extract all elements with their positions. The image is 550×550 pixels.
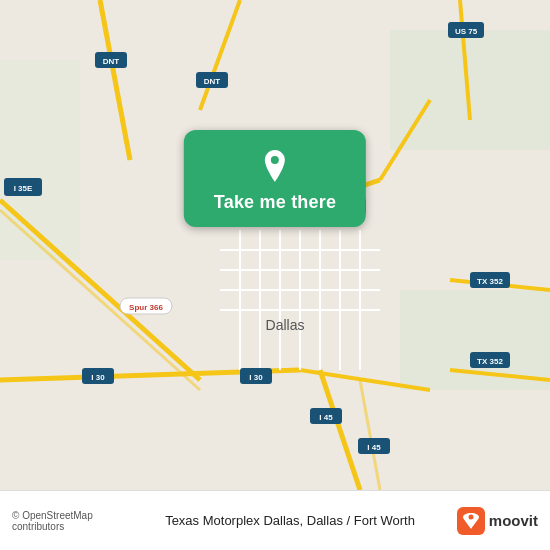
location-pin-icon	[257, 148, 293, 184]
svg-text:I 30: I 30	[91, 373, 105, 382]
svg-point-57	[468, 514, 473, 519]
svg-text:DNT: DNT	[204, 77, 221, 86]
destination-info: Texas Motorplex Dallas, Dallas / Fort Wo…	[123, 513, 457, 528]
svg-text:DNT: DNT	[103, 57, 120, 66]
svg-text:I 45: I 45	[367, 443, 381, 452]
svg-text:Spur 366: Spur 366	[129, 303, 163, 312]
moovit-text: moovit	[489, 512, 538, 529]
svg-text:I 35E: I 35E	[14, 184, 33, 193]
svg-rect-4	[0, 60, 80, 260]
svg-text:I 30: I 30	[249, 373, 263, 382]
map-container: I 35E DNT DNT I 345 I 30 I 30 I 45 I 45 …	[0, 0, 550, 490]
svg-text:Dallas: Dallas	[266, 317, 305, 333]
copyright-text: © OpenStreetMap contributors	[12, 510, 123, 532]
bottom-bar: © OpenStreetMap contributors Texas Motor…	[0, 490, 550, 550]
svg-text:TX 352: TX 352	[477, 277, 503, 286]
svg-text:I 45: I 45	[319, 413, 333, 422]
svg-rect-3	[400, 290, 550, 390]
moovit-logo: moovit	[457, 507, 538, 535]
svg-text:TX 352: TX 352	[477, 357, 503, 366]
moovit-icon	[457, 507, 485, 535]
svg-point-55	[271, 156, 279, 164]
svg-rect-2	[390, 30, 550, 150]
take-me-there-button[interactable]: Take me there	[184, 130, 366, 227]
map-background: I 35E DNT DNT I 345 I 30 I 30 I 45 I 45 …	[0, 0, 550, 490]
svg-text:US 75: US 75	[455, 27, 478, 36]
take-me-there-label: Take me there	[214, 192, 336, 213]
